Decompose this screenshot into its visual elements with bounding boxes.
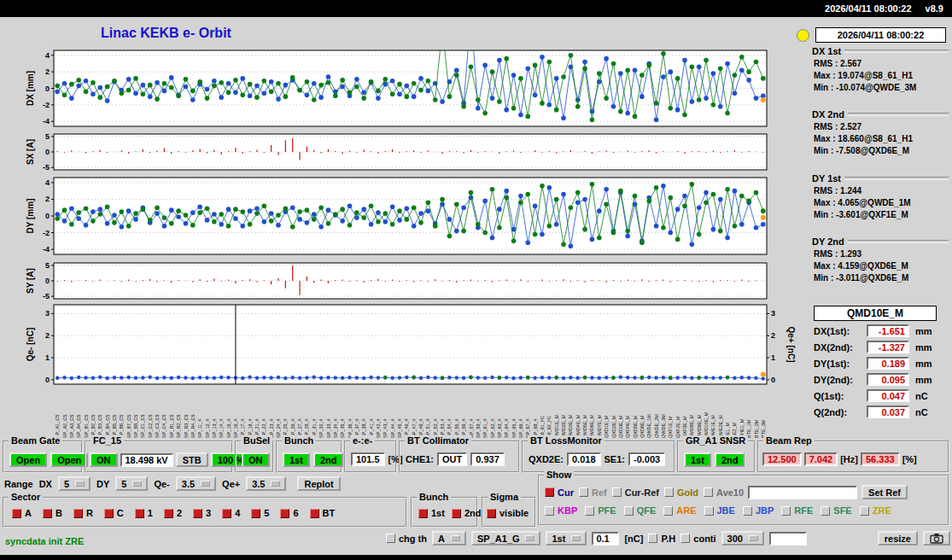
- sector-checkbox-r-box: [73, 509, 83, 518]
- svg-text:5: 5: [45, 133, 50, 141]
- show-checkbox-ref-label: Ref: [592, 487, 607, 498]
- bpm-label: SP_43_4: [383, 387, 388, 438]
- beam-gate-open-2-button[interactable]: Open: [50, 452, 88, 467]
- sy-plot: 50-5SY [A]: [26, 262, 798, 300]
- sector-checkbox-1[interactable]: 1: [135, 508, 153, 518]
- gr-a1-2nd-button[interactable]: 2nd: [715, 452, 745, 467]
- threshold-input[interactable]: [592, 532, 619, 545]
- sector-checkbox-2[interactable]: 2: [164, 508, 182, 518]
- collimator-extra-value: 0.937: [470, 452, 505, 466]
- bpm-label: SP_48_4: [418, 387, 423, 438]
- show-checkbox-zre[interactable]: ZRE: [860, 505, 891, 516]
- stat-title: DX 1st: [812, 46, 841, 56]
- bpm-label: SP_23_4: [269, 387, 274, 438]
- beam-rep-value-1: 12.500: [762, 452, 802, 466]
- sector-checkbox-3[interactable]: 3: [193, 508, 211, 518]
- show-checkbox-ave10[interactable]: Ave10: [704, 487, 744, 498]
- bpm-label: SP_32_4: [318, 387, 324, 438]
- bpm-label: QWDE_2M: [654, 387, 659, 438]
- stat-panel-dx-2nd: DX 2nd RMS : 2.527 Max : 18.660@S8_61_H1…: [812, 109, 949, 155]
- svg-text:SY [A]: SY [A]: [26, 268, 35, 294]
- bpm-label: QXD6E_M: [640, 387, 645, 438]
- show-checkbox-cur-ref[interactable]: Cur-Ref: [612, 487, 659, 498]
- show-checkbox-jbe[interactable]: JBE: [704, 505, 735, 516]
- group-title: Sector: [9, 492, 43, 502]
- sector-checkbox-c-box: [104, 509, 114, 518]
- show-checkbox-kbp[interactable]: KBP: [545, 505, 577, 516]
- sector-checkbox-r[interactable]: R: [73, 508, 93, 518]
- show-checkbox-ref[interactable]: Ref: [579, 487, 607, 498]
- beam-gate-open-1-button[interactable]: Open: [9, 452, 47, 467]
- bpm-label: SP_36_4: [348, 387, 353, 438]
- bpm-label: SP_37_4: [354, 387, 359, 438]
- sector-checkbox-c[interactable]: C: [104, 508, 124, 518]
- sector-checkbox-5[interactable]: 5: [251, 508, 269, 518]
- sigma-checkbox-visible[interactable]: visible: [487, 508, 529, 518]
- snapshot-button[interactable]: [923, 531, 950, 545]
- sector-checkbox-5-box: [251, 509, 260, 518]
- bpm-label: QXD2E_M: [611, 387, 616, 438]
- replot-button[interactable]: Replot: [297, 476, 340, 491]
- bunch-select[interactable]: 1st: [546, 531, 587, 545]
- heartbeat-indicator: [797, 29, 809, 42]
- qmd-row-label: DY(1st):: [812, 359, 867, 369]
- se1-value: -0.003: [628, 452, 665, 466]
- bunch-checkbox-1st[interactable]: 1st: [418, 508, 445, 518]
- range-dx-select[interactable]: 5: [58, 476, 91, 491]
- qmd-row-value: -1.651: [867, 324, 909, 337]
- show-checkbox-rfe[interactable]: RFE: [781, 505, 813, 516]
- range-qe-minus-select[interactable]: 3.5: [176, 476, 216, 491]
- ref-file-input[interactable]: [748, 486, 857, 499]
- show-checkbox-gold[interactable]: Gold: [664, 487, 698, 498]
- qmd-row-value: 0.095: [867, 373, 909, 386]
- aux-input[interactable]: [769, 532, 807, 545]
- set-ref-button[interactable]: Set Ref: [861, 485, 908, 499]
- chg-th-checkbox[interactable]: chg th: [386, 534, 427, 544]
- busel-on-button[interactable]: ON: [242, 452, 270, 467]
- points-select[interactable]: 300: [721, 531, 764, 545]
- gr-a1-1st-button[interactable]: 1st: [684, 452, 711, 467]
- show-checkbox-rfe-box: [781, 506, 791, 516]
- stat-min: Min : -10.074@QWDE_3M: [812, 83, 949, 92]
- show-checkbox-gold-label: Gold: [677, 487, 698, 498]
- show-checkbox-are[interactable]: ARE: [663, 505, 696, 516]
- fc15-on-button[interactable]: ON: [90, 452, 118, 467]
- show-group: Show CurRefCur-RefGoldAve10 Set Ref KBPP…: [538, 475, 949, 526]
- sector-checkbox-b[interactable]: B: [43, 508, 62, 518]
- dropdown-dash-icon: [451, 535, 460, 541]
- conti-checkbox[interactable]: conti: [680, 534, 715, 544]
- sector-checkbox-a[interactable]: A: [12, 508, 32, 518]
- range-dy-select[interactable]: 5: [115, 476, 148, 491]
- stat-title-row: DX 1st: [812, 46, 949, 56]
- sector-checkbox-bt[interactable]: BT: [310, 508, 336, 518]
- show-checkbox-qfe[interactable]: QFE: [624, 505, 657, 516]
- bpm-select[interactable]: SP_A1_G: [471, 531, 541, 545]
- ee-ratio-group: e-:e- 101.5 [%]: [344, 440, 397, 473]
- fc15-stb-button[interactable]: STB: [176, 452, 208, 467]
- resize-button[interactable]: resize: [878, 531, 918, 545]
- bunch-2nd-button[interactable]: 2nd: [313, 452, 344, 467]
- dropdown-dash-icon: [75, 481, 85, 487]
- bpm-label: SP_46_4: [404, 387, 409, 438]
- range-qe-plus-select[interactable]: 3.5: [246, 476, 286, 491]
- show-checkbox-cur[interactable]: Cur: [545, 487, 574, 498]
- bunch-1st-button[interactable]: 1st: [283, 452, 310, 467]
- show-checkbox-jbp[interactable]: JBP: [743, 505, 774, 516]
- sector-select[interactable]: A: [432, 531, 466, 545]
- bpm-label: SP_B4_C5: [105, 387, 110, 438]
- camera-icon: [930, 533, 943, 544]
- show-checkbox-sfe[interactable]: SFE: [821, 505, 851, 516]
- bpm-label: QXD3E_M: [618, 387, 623, 438]
- show-row-2: KBPPFEQFEAREJBEJBPRFESFEZRE: [540, 499, 948, 516]
- svg-text:SX [A]: SX [A]: [26, 139, 35, 165]
- bpm-label: SP_C2_C5: [148, 387, 153, 438]
- sector-checkbox-6[interactable]: 6: [280, 508, 298, 518]
- sector-checkbox-4[interactable]: 4: [222, 508, 240, 518]
- bunch-checkbox-2nd[interactable]: 2nd: [452, 508, 482, 518]
- show-checkbox-pfe[interactable]: PFE: [585, 505, 616, 516]
- qxd2e-label: QXD2E:: [529, 454, 564, 464]
- bunch-select-value: 1st: [552, 534, 565, 544]
- qmd-row: DY(1st):0.189mm: [812, 357, 949, 370]
- group-title: Beam Gate: [9, 435, 62, 446]
- ph-checkbox[interactable]: P.H: [648, 534, 675, 544]
